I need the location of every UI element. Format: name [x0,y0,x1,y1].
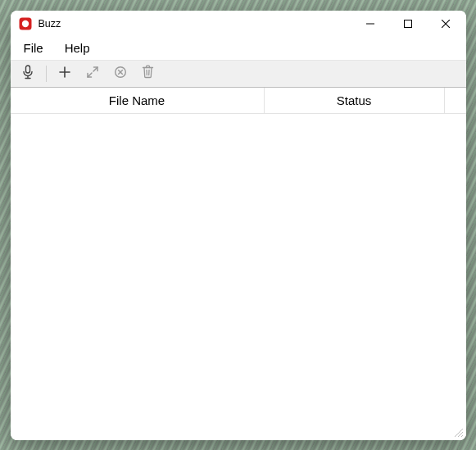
column-header-status[interactable]: Status [265,88,445,113]
minimize-button[interactable] [351,11,389,37]
cancel-circle-icon [114,66,127,82]
expand-button[interactable] [80,63,105,84]
maximize-button[interactable] [389,11,427,37]
delete-button[interactable] [136,63,161,84]
table-header: File Name Status [11,88,466,114]
toolbar-separator [46,66,47,82]
close-button[interactable] [427,11,465,37]
svg-rect-3 [404,20,411,27]
app-icon [19,17,32,30]
app-window: Buzz File Help [11,11,466,440]
trash-icon [142,65,154,82]
menubar: File Help [11,37,466,60]
svg-line-21 [461,435,463,437]
plus-icon [58,66,71,82]
table-body [11,114,466,440]
svg-point-1 [21,20,28,26]
svg-rect-6 [25,66,29,73]
content-area: File Name Status [11,88,466,440]
titlebar: Buzz [11,11,466,37]
window-controls [351,11,465,37]
resize-grip[interactable] [452,426,464,438]
add-button[interactable] [52,63,77,84]
toolbar [11,60,466,88]
microphone-icon [21,65,34,83]
cancel-button[interactable] [108,63,133,84]
record-button[interactable] [16,63,40,84]
window-title: Buzz [39,18,61,30]
menu-help[interactable]: Help [57,39,98,57]
menu-file[interactable]: File [16,39,52,57]
column-header-pad [445,88,466,113]
expand-icon [86,66,99,82]
column-header-filename[interactable]: File Name [11,88,265,113]
